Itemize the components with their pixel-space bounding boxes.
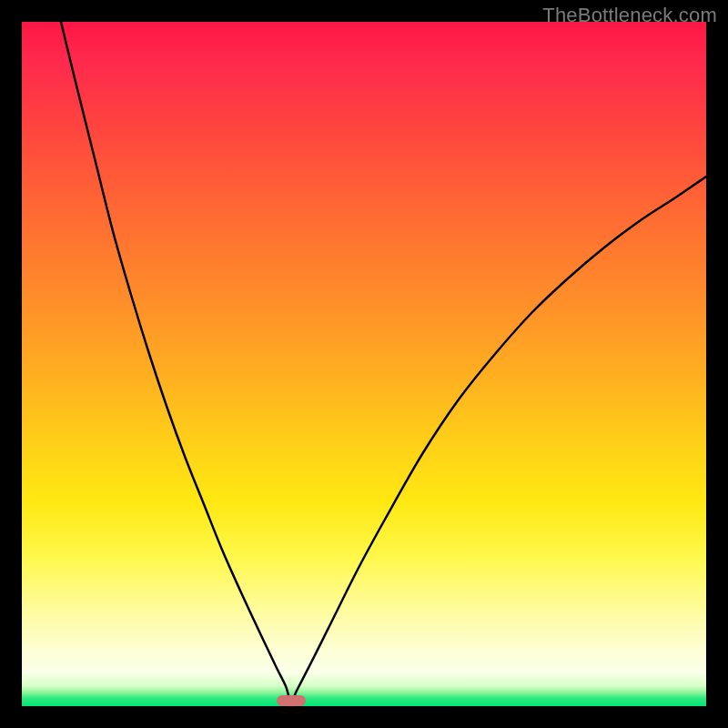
bottleneck-curve <box>22 22 706 706</box>
valley-marker <box>277 695 306 706</box>
plot-frame <box>22 22 706 706</box>
